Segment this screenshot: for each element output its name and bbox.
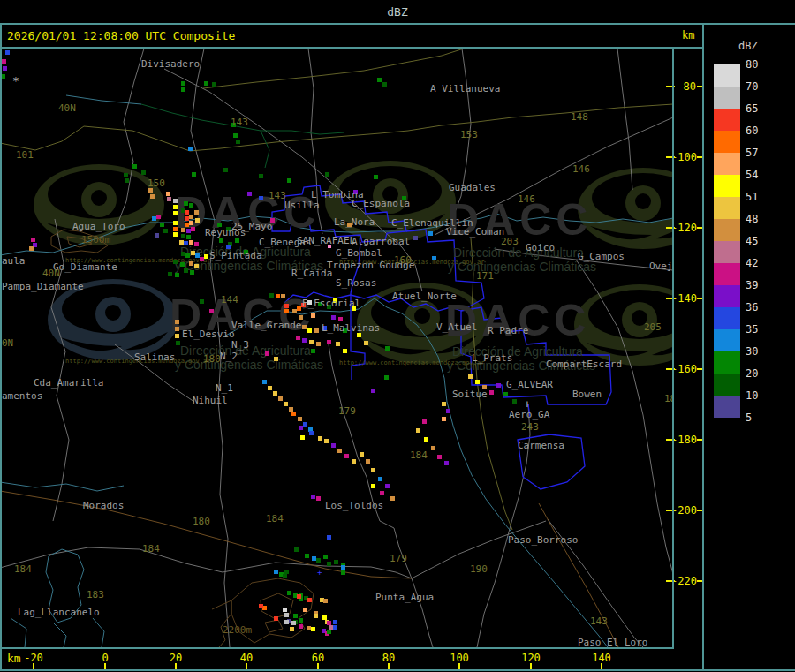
radar-echo (124, 173, 128, 177)
colorbar-swatch (714, 374, 740, 396)
place-label: Bowen (572, 389, 602, 400)
site-cross-marker: + (524, 397, 531, 411)
colorbar-swatch (714, 197, 740, 219)
radar-echo (235, 238, 239, 243)
radar-echo (173, 232, 178, 237)
place-label: S_Pintada (209, 250, 262, 261)
radar-echo (184, 241, 188, 245)
place-label: Cda_Amarilla (34, 377, 103, 389)
bottom-axis-tick (317, 663, 319, 669)
radar-echo (200, 299, 204, 304)
radar-echo (331, 315, 336, 320)
route-number-label: 190 (470, 563, 488, 575)
radar-echo (442, 417, 446, 421)
bottom-axis-tick-label: 40 (240, 652, 253, 664)
colorbar-swatch (714, 241, 740, 263)
colorbar-tick-label: 42 (746, 257, 758, 269)
route-number-label: 180 (203, 353, 221, 365)
asterisk-marker: * (12, 74, 19, 87)
place-label: Salinas (134, 351, 175, 363)
route-number-label: 148 (571, 111, 588, 123)
radar-echo (504, 392, 508, 396)
radar-echo (352, 459, 356, 464)
radar-echo (384, 375, 389, 380)
radar-echo (307, 598, 312, 602)
timestamp: 2026/01/01 12:08:00 UTC Composite (7, 29, 235, 42)
radar-echo (3, 66, 7, 71)
place-label: Pampa_Diamante (2, 281, 84, 292)
colorbar-tick-label: 35 (746, 323, 758, 336)
route-number-label: 179 (338, 405, 356, 417)
radar-echo (173, 205, 178, 209)
radar-echo (311, 495, 315, 499)
radar-echo (336, 342, 340, 346)
colorbar-tick-label: 39 (746, 279, 758, 291)
radar-echo (287, 178, 292, 183)
frame-top-line (0, 23, 795, 25)
radar-echo (468, 374, 473, 379)
radar-echo (424, 437, 428, 442)
radar-echo (247, 192, 252, 196)
radar-echo (496, 383, 501, 388)
radar-echo (292, 412, 296, 416)
radar-echo (298, 417, 302, 421)
radar-echo (274, 357, 278, 361)
radar-echo (475, 380, 480, 384)
frame-bottom-line (0, 669, 795, 671)
radar-echo (175, 320, 179, 324)
bottom-axis-tick (104, 663, 106, 669)
radar-echo (333, 620, 337, 624)
radar-echo (189, 261, 193, 266)
bottom-axis-tick-label: 80 (382, 652, 395, 664)
place-label: N_3 (231, 339, 249, 351)
timestamp-bar: 2026/01/01 12:08:00 UTC Composite km (0, 25, 795, 47)
radar-echo (219, 238, 223, 243)
place-label: Vice_Coman (446, 226, 504, 238)
radar-echo (163, 229, 168, 233)
radar-echo (223, 168, 228, 172)
place-label: Usilla (284, 200, 320, 211)
radar-echo (428, 231, 433, 236)
radar-echo (300, 435, 305, 440)
map-bottom-border (0, 647, 674, 649)
radar-echo (2, 74, 5, 79)
radar-echo (233, 133, 238, 138)
radar-echo (195, 218, 200, 223)
radar-echo (259, 604, 263, 608)
radar-echo (338, 317, 343, 321)
radar-echo (302, 338, 307, 343)
place-label: Lag_Llancanelo (18, 607, 100, 618)
right-axis-tick-label: -160 (671, 363, 696, 375)
route-number-label: 143 (269, 190, 286, 201)
radar-echo (385, 484, 390, 488)
radar-echo (446, 409, 450, 413)
km-unit-top: km (682, 29, 694, 42)
route-number-label: 144 (221, 294, 238, 306)
radar-echo (333, 625, 337, 630)
colorbar-swatch (714, 109, 740, 131)
radar-echo (390, 496, 395, 501)
radar-echo (309, 340, 314, 344)
km-unit-bottom: km (7, 652, 21, 665)
radar-echo (184, 268, 188, 273)
route-number-label: 40N (58, 102, 76, 114)
radar-echo (141, 170, 146, 175)
radar-echo (512, 399, 517, 404)
radar-echo (186, 235, 191, 239)
radar-echo (337, 449, 342, 453)
radar-echo (160, 223, 164, 227)
right-axis-tick-label: -120 (671, 222, 696, 234)
place-label: N_1 (216, 382, 233, 394)
colorbar-tick-label: 80 (746, 58, 758, 71)
right-axis-tick-label: -220 (671, 575, 696, 587)
radar-echo (323, 599, 328, 603)
place-label: Go_Diamante (53, 261, 117, 273)
place-label: amentos (2, 390, 42, 402)
radar-echo (29, 246, 34, 251)
radar-echo (385, 346, 390, 351)
colorbar-swatch (714, 87, 740, 109)
radar-echo (31, 238, 35, 242)
radar-echo (191, 227, 195, 231)
radar-echo (489, 390, 494, 395)
radar-echo (331, 443, 336, 448)
